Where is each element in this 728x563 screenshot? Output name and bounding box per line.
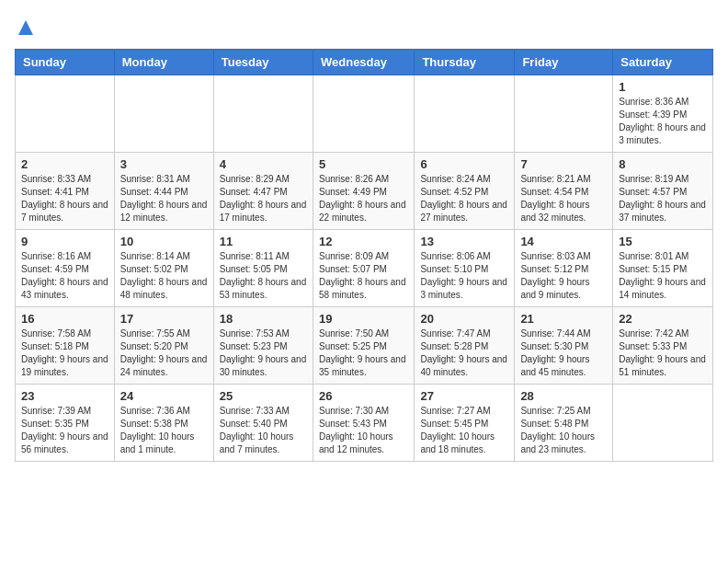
calendar-cell: [613, 385, 713, 462]
day-details: Sunrise: 7:47 AM Sunset: 5:28 PM Dayligh…: [420, 327, 508, 379]
calendar-cell: 6Sunrise: 8:24 AM Sunset: 4:52 PM Daylig…: [415, 153, 515, 230]
calendar-cell: 9Sunrise: 8:16 AM Sunset: 4:59 PM Daylig…: [16, 230, 115, 307]
day-details: Sunrise: 7:36 AM Sunset: 5:38 PM Dayligh…: [120, 405, 208, 456]
day-details: Sunrise: 8:29 AM Sunset: 4:47 PM Dayligh…: [220, 173, 307, 224]
day-number: 21: [520, 312, 607, 326]
calendar-cell: 24Sunrise: 7:36 AM Sunset: 5:38 PM Dayli…: [114, 385, 213, 462]
calendar-cell: 14Sunrise: 8:03 AM Sunset: 5:12 PM Dayli…: [515, 230, 613, 307]
day-details: Sunrise: 7:53 AM Sunset: 5:23 PM Dayligh…: [220, 327, 307, 379]
day-details: Sunrise: 8:16 AM Sunset: 4:59 PM Dayligh…: [21, 250, 108, 302]
calendar-cell: 18Sunrise: 7:53 AM Sunset: 5:23 PM Dayli…: [213, 307, 313, 385]
day-number: 22: [619, 312, 707, 326]
calendar-cell: 22Sunrise: 7:42 AM Sunset: 5:33 PM Dayli…: [613, 307, 713, 385]
day-details: Sunrise: 8:01 AM Sunset: 5:15 PM Dayligh…: [619, 250, 707, 302]
logo: [15, 18, 35, 41]
day-number: 4: [220, 157, 307, 171]
calendar-cell: 27Sunrise: 7:27 AM Sunset: 5:45 PM Dayli…: [415, 385, 515, 462]
day-details: Sunrise: 7:27 AM Sunset: 5:45 PM Dayligh…: [420, 405, 508, 456]
calendar-cell: 12Sunrise: 8:09 AM Sunset: 5:07 PM Dayli…: [313, 230, 414, 307]
calendar-cell: 4Sunrise: 8:29 AM Sunset: 4:47 PM Daylig…: [213, 153, 313, 230]
day-number: 27: [420, 389, 508, 403]
day-number: 12: [319, 235, 408, 248]
svg-marker-0: [18, 20, 33, 35]
calendar-table: SundayMondayTuesdayWednesdayThursdayFrid…: [15, 49, 713, 462]
weekday-header-row: SundayMondayTuesdayWednesdayThursdayFrid…: [16, 50, 713, 75]
calendar-week-row: 16Sunrise: 7:58 AM Sunset: 5:18 PM Dayli…: [16, 307, 713, 385]
day-details: Sunrise: 8:21 AM Sunset: 4:54 PM Dayligh…: [520, 173, 607, 224]
calendar-cell: [415, 75, 515, 153]
day-details: Sunrise: 7:33 AM Sunset: 5:40 PM Dayligh…: [220, 405, 307, 456]
calendar-cell: [313, 75, 414, 153]
day-number: 14: [520, 235, 607, 248]
calendar-cell: 8Sunrise: 8:19 AM Sunset: 4:57 PM Daylig…: [613, 153, 713, 230]
day-details: Sunrise: 7:25 AM Sunset: 5:48 PM Dayligh…: [520, 405, 607, 456]
calendar-cell: 19Sunrise: 7:50 AM Sunset: 5:25 PM Dayli…: [313, 307, 414, 385]
day-details: Sunrise: 8:33 AM Sunset: 4:41 PM Dayligh…: [21, 173, 108, 224]
weekday-header-monday: Monday: [114, 50, 213, 75]
day-number: 16: [21, 312, 108, 326]
calendar-week-row: 2Sunrise: 8:33 AM Sunset: 4:41 PM Daylig…: [16, 153, 713, 230]
weekday-header-friday: Friday: [515, 50, 613, 75]
calendar-cell: 21Sunrise: 7:44 AM Sunset: 5:30 PM Dayli…: [515, 307, 613, 385]
day-number: 26: [319, 389, 408, 403]
weekday-header-sunday: Sunday: [16, 50, 115, 75]
calendar-week-row: 23Sunrise: 7:39 AM Sunset: 5:35 PM Dayli…: [16, 385, 713, 462]
day-number: 2: [21, 157, 108, 171]
day-number: 18: [220, 312, 307, 326]
day-number: 1: [619, 80, 707, 94]
calendar-cell: 11Sunrise: 8:11 AM Sunset: 5:05 PM Dayli…: [213, 230, 313, 307]
day-number: 25: [220, 389, 307, 403]
day-number: 24: [120, 389, 208, 403]
day-number: 11: [220, 235, 307, 248]
calendar-cell: [213, 75, 313, 153]
calendar-cell: 17Sunrise: 7:55 AM Sunset: 5:20 PM Dayli…: [114, 307, 213, 385]
calendar-week-row: 9Sunrise: 8:16 AM Sunset: 4:59 PM Daylig…: [16, 230, 713, 307]
day-details: Sunrise: 8:09 AM Sunset: 5:07 PM Dayligh…: [319, 250, 408, 302]
calendar-cell: 25Sunrise: 7:33 AM Sunset: 5:40 PM Dayli…: [213, 385, 313, 462]
day-number: 19: [319, 312, 408, 326]
weekday-header-wednesday: Wednesday: [313, 50, 414, 75]
day-number: 5: [319, 157, 408, 171]
calendar-cell: [515, 75, 613, 153]
calendar-cell: 1Sunrise: 8:36 AM Sunset: 4:39 PM Daylig…: [613, 75, 713, 153]
calendar-cell: 3Sunrise: 8:31 AM Sunset: 4:44 PM Daylig…: [114, 153, 213, 230]
day-number: 9: [21, 235, 108, 248]
day-number: 10: [120, 235, 208, 248]
calendar-cell: 28Sunrise: 7:25 AM Sunset: 5:48 PM Dayli…: [515, 385, 613, 462]
calendar-cell: 2Sunrise: 8:33 AM Sunset: 4:41 PM Daylig…: [16, 153, 115, 230]
day-details: Sunrise: 7:42 AM Sunset: 5:33 PM Dayligh…: [619, 327, 707, 379]
day-details: Sunrise: 8:03 AM Sunset: 5:12 PM Dayligh…: [520, 250, 607, 302]
weekday-header-tuesday: Tuesday: [213, 50, 313, 75]
calendar-cell: 23Sunrise: 7:39 AM Sunset: 5:35 PM Dayli…: [16, 385, 115, 462]
day-details: Sunrise: 7:30 AM Sunset: 5:43 PM Dayligh…: [319, 405, 408, 456]
day-details: Sunrise: 8:24 AM Sunset: 4:52 PM Dayligh…: [420, 173, 508, 224]
day-details: Sunrise: 8:19 AM Sunset: 4:57 PM Dayligh…: [619, 173, 707, 224]
day-details: Sunrise: 7:50 AM Sunset: 5:25 PM Dayligh…: [319, 327, 408, 379]
day-number: 6: [420, 157, 508, 171]
day-number: 13: [420, 235, 508, 248]
day-details: Sunrise: 7:58 AM Sunset: 5:18 PM Dayligh…: [21, 327, 108, 379]
weekday-header-thursday: Thursday: [415, 50, 515, 75]
calendar-week-row: 1Sunrise: 8:36 AM Sunset: 4:39 PM Daylig…: [16, 75, 713, 153]
day-details: Sunrise: 8:06 AM Sunset: 5:10 PM Dayligh…: [420, 250, 508, 302]
day-number: 17: [120, 312, 208, 326]
day-number: 23: [21, 389, 108, 403]
calendar-cell: 20Sunrise: 7:47 AM Sunset: 5:28 PM Dayli…: [415, 307, 515, 385]
day-number: 15: [619, 235, 707, 248]
calendar-cell: 5Sunrise: 8:26 AM Sunset: 4:49 PM Daylig…: [313, 153, 414, 230]
logo-icon: [17, 18, 35, 37]
calendar-cell: [114, 75, 213, 153]
day-details: Sunrise: 7:44 AM Sunset: 5:30 PM Dayligh…: [520, 327, 607, 379]
day-details: Sunrise: 8:31 AM Sunset: 4:44 PM Dayligh…: [120, 173, 208, 224]
calendar-cell: 16Sunrise: 7:58 AM Sunset: 5:18 PM Dayli…: [16, 307, 115, 385]
weekday-header-saturday: Saturday: [613, 50, 713, 75]
day-number: 7: [520, 157, 607, 171]
calendar-cell: 7Sunrise: 8:21 AM Sunset: 4:54 PM Daylig…: [515, 153, 613, 230]
day-details: Sunrise: 8:14 AM Sunset: 5:02 PM Dayligh…: [120, 250, 208, 302]
day-details: Sunrise: 8:36 AM Sunset: 4:39 PM Dayligh…: [619, 96, 707, 147]
day-details: Sunrise: 8:11 AM Sunset: 5:05 PM Dayligh…: [220, 250, 307, 302]
calendar-cell: 26Sunrise: 7:30 AM Sunset: 5:43 PM Dayli…: [313, 385, 414, 462]
calendar-cell: 13Sunrise: 8:06 AM Sunset: 5:10 PM Dayli…: [415, 230, 515, 307]
day-number: 8: [619, 157, 707, 171]
day-details: Sunrise: 8:26 AM Sunset: 4:49 PM Dayligh…: [319, 173, 408, 224]
